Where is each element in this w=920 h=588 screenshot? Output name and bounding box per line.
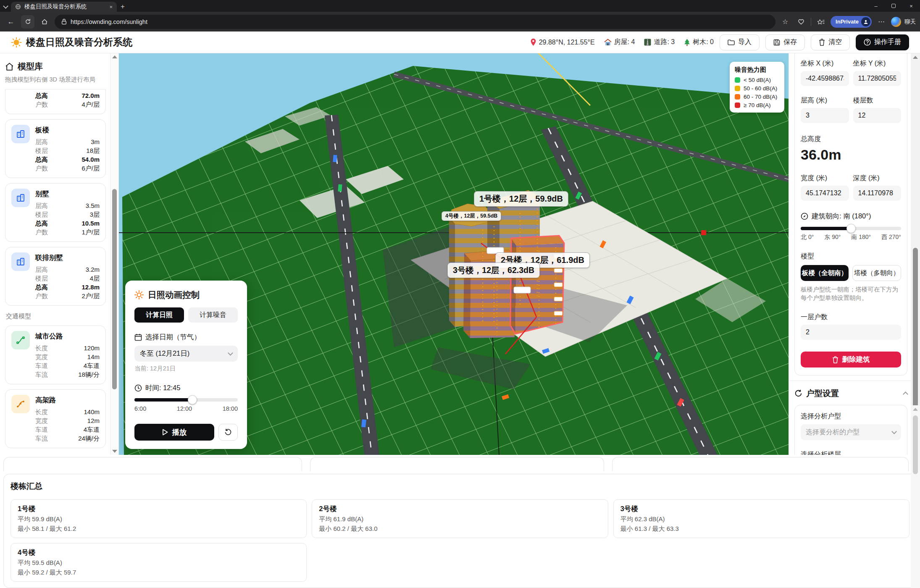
legend-title: 噪音热力图 [735, 66, 779, 74]
depth-input[interactable] [853, 186, 902, 201]
delete-building-button[interactable]: 删除建筑 [801, 352, 901, 368]
summary-card-1: 1号楼 平均 59.9 dB(A) 最小 58.1 / 最大 61.2 [11, 499, 307, 538]
maximize-button[interactable] [885, 0, 902, 12]
model-card-elevated-road[interactable]: 高架路 长度140m 宽度12m 车道4车道 车流24辆/分 [5, 389, 106, 448]
row-value: 4户/层 [81, 100, 100, 109]
sidebar-scrollbar[interactable] [110, 53, 118, 455]
browser-essentials-icon[interactable] [795, 15, 807, 29]
collapse-chevron-icon[interactable] [903, 391, 908, 397]
scroll-down-icon[interactable] [112, 450, 117, 453]
time-tick: 18:00 [223, 405, 238, 412]
unit-select[interactable]: 选择要分析的户型 [801, 424, 901, 440]
page-scroll-thumb-lower[interactable] [913, 415, 918, 474]
save-button[interactable]: 保存 [765, 34, 805, 50]
page-scrollbar-lower[interactable] [911, 405, 920, 588]
browser-toolbar: ← https://ownding.com/sunlight ☆ InPriva… [0, 12, 920, 32]
width-input[interactable] [801, 186, 849, 201]
address-bar[interactable]: https://ownding.com/sunlight [55, 15, 775, 29]
model-card-city-road[interactable]: 城市公路 长度120m 宽度14m 车道4车道 车流18辆/分 [5, 326, 106, 384]
road-icon [644, 39, 651, 46]
summary-building-name: 4号楼 [18, 548, 300, 557]
inprivate-badge[interactable]: InPrivate [831, 16, 872, 28]
import-button[interactable]: 导入 [720, 34, 760, 50]
model-card-townhouse[interactable]: 联排别墅 层高3.2m 楼层4层 总高12.8m 户数2户/层 [5, 247, 106, 306]
legend-swatch [735, 86, 740, 91]
reset-button[interactable] [218, 424, 238, 441]
summary-range: 最小 61.3 / 最大 63.3 [620, 525, 902, 533]
orientation-slider-thumb[interactable] [846, 224, 856, 233]
refresh-icon [794, 389, 802, 397]
total-height-value: 36.0m [801, 147, 901, 163]
refresh-icon[interactable] [21, 15, 34, 29]
summary-avg: 平均 59.5 dB(A) [18, 559, 300, 567]
back-icon[interactable]: ← [4, 15, 18, 29]
coord-x-label: 坐标 X (米) [801, 59, 849, 68]
scroll-up-icon[interactable] [913, 408, 918, 411]
date-select[interactable]: 冬至 (12月21日) [134, 346, 238, 362]
sidebar-scroll-thumb[interactable] [112, 189, 117, 389]
orientation-slider[interactable] [801, 227, 901, 230]
summary-card-2: 2号楼 平均 61.9 dB(A) 最小 60.2 / 最大 63.0 [312, 499, 608, 538]
type-tower-button[interactable]: 塔楼（多朝向） [852, 265, 901, 281]
favorites-bar-icon[interactable] [815, 15, 827, 29]
favorite-star-icon[interactable]: ☆ [779, 15, 791, 29]
route-icon [11, 331, 30, 349]
more-menu-icon[interactable]: ⋯ [875, 15, 888, 29]
browser-tab[interactable]: 楼盘日照及噪音分析系统 × [11, 2, 117, 12]
new-tab-icon[interactable]: + [117, 2, 129, 12]
time-slider[interactable] [134, 398, 238, 402]
calc-sunlight-button[interactable]: 计算日照 [134, 307, 184, 323]
floor-height-input[interactable] [801, 108, 849, 123]
location-value: 29.88°N, 121.55°E [539, 39, 595, 46]
scroll-up-icon[interactable] [112, 55, 117, 58]
folder-icon [728, 39, 735, 45]
legend-swatch [735, 77, 740, 83]
inprivate-label: InPrivate [836, 18, 859, 25]
model-card-villa[interactable]: 别墅 层高3.5m 楼层3层 总高10.5m 户数1户/层 [5, 183, 106, 242]
play-button[interactable]: 播放 [134, 424, 214, 441]
model-card-slab[interactable]: 板楼 层高3m 楼层18层 总高54.0m 户数6户/层 [5, 119, 106, 178]
houses-stat: 房屋: 4 [604, 38, 635, 47]
manual-button[interactable]: 操作手册 [856, 34, 909, 50]
model-library-panel: 模型库 拖拽模型到右侧 3D 场景进行布局 总高72.0m 户数4户/层 板楼 … [0, 53, 119, 455]
page-scrollbar[interactable] [911, 53, 920, 455]
summary-range: 最小 58.1 / 最大 61.2 [18, 525, 300, 533]
units-per-floor-input[interactable] [801, 325, 901, 340]
tab-search-icon[interactable] [0, 2, 11, 12]
minimize-button[interactable]: – [867, 0, 885, 12]
reset-icon [224, 428, 232, 436]
orient-tick: 南 180° [851, 234, 871, 241]
type-slab-button[interactable]: 板楼（全朝南） [801, 265, 849, 281]
time-slider-thumb[interactable] [188, 395, 197, 404]
close-button[interactable]: × [902, 0, 920, 12]
partial-card [310, 457, 604, 471]
scroll-up-icon[interactable] [913, 56, 918, 59]
page-title: 楼盘日照及噪音分析系统 [26, 36, 132, 49]
home-icon[interactable] [38, 15, 51, 29]
url-text: https://ownding.com/sunlight [71, 18, 147, 25]
model-name: 城市公路 [35, 332, 100, 341]
model-card-partial[interactable]: 总高72.0m 户数4户/层 [5, 89, 106, 114]
scene-viewport[interactable]: 1号楼，12层，59.9dB 4号楼，12层，59.5dB 2号楼，12层，61… [119, 53, 789, 455]
calc-noise-button[interactable]: 计算噪音 [188, 307, 238, 323]
time-tick: 12:00 [177, 405, 192, 412]
floors-input[interactable] [853, 108, 902, 123]
legend-item: < 50 dB(A) [735, 77, 779, 83]
calendar-icon [134, 333, 142, 341]
sun-logo-icon [11, 37, 22, 48]
sun-panel-title: 日照动画控制 [148, 289, 200, 301]
app-window: 楼盘日照及噪音分析系统 × + – × ← https://ownding.co… [0, 0, 920, 588]
summary-card-3: 3号楼 平均 62.3 dB(A) 最小 61.3 / 最大 63.3 [613, 499, 909, 538]
tab-close-icon[interactable]: × [109, 4, 113, 10]
copilot-icon[interactable] [891, 17, 901, 27]
clear-label: 清空 [828, 38, 842, 47]
clear-button[interactable]: 清空 [811, 34, 850, 50]
building-properties-panel: 坐标 X (米) 坐标 Y (米) 层高 (米) 楼层数 [789, 53, 911, 455]
coord-x-input[interactable] [801, 71, 849, 86]
trees-stat: 树木: 0 [684, 38, 714, 47]
import-label: 导入 [738, 38, 752, 47]
width-label: 宽度 (米) [801, 174, 849, 183]
copilot-chat-label[interactable]: 聊天 [904, 18, 916, 26]
current-date: 当前: 12月21日 [134, 365, 238, 373]
coord-y-input[interactable] [853, 71, 902, 86]
